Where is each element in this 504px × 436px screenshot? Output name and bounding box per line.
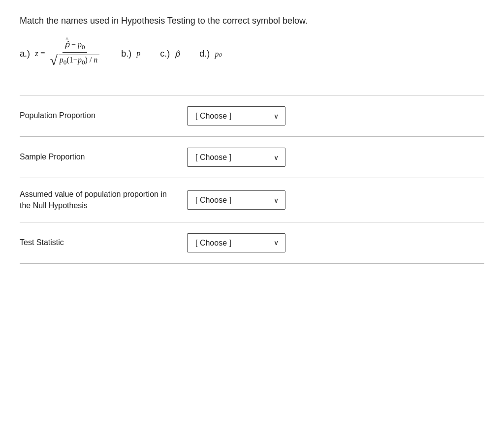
table-row: Test Statistic [ Choose ] a.) b.) c.) d.…	[20, 222, 484, 264]
sqrt-content: p0(1−p0) / n	[59, 55, 99, 66]
numerator: p̂ − p0	[63, 40, 87, 53]
instruction-text: Match the names used in Hypothesis Testi…	[20, 16, 484, 26]
symbol-c: p̂	[175, 49, 180, 59]
formula-item-c: c.) p̂	[160, 49, 180, 59]
row-label-population: Population Proportion	[20, 110, 177, 121]
p0-sub-sqrt: 0	[63, 59, 67, 66]
row-label-sample: Sample Proportion	[20, 152, 177, 162]
formula-item-b: b.) p	[121, 49, 140, 59]
table-row: Assumed value of population proportion i…	[20, 178, 484, 222]
table-row: Population Proportion [ Choose ] a.) b.)…	[20, 95, 484, 137]
dropdown-wrapper-assumed: [ Choose ] a.) b.) c.) d.)	[187, 190, 285, 210]
dropdown-population-proportion[interactable]: [ Choose ] a.) b.) c.) d.)	[187, 106, 285, 125]
p-hat-symbol: p̂	[64, 40, 69, 49]
dropdown-assumed-value[interactable]: [ Choose ] a.) b.) c.) d.)	[187, 190, 285, 210]
formula-section: a.) z = p̂ − p0 √ p0(1−p0) / n	[20, 40, 484, 77]
formula-label-a: a.)	[20, 49, 30, 59]
dropdown-container-assumed[interactable]: [ Choose ] a.) b.) c.) d.)	[187, 190, 285, 210]
formula-label-d: d.)	[199, 49, 210, 59]
p0-sub-numerator: 0	[82, 43, 85, 51]
sqrt-symbol: √	[50, 54, 57, 67]
z-formula: z = p̂ − p0 √ p0(1−p0) / n	[35, 40, 101, 67]
table-row: Sample Proportion [ Choose ] a.) b.) c.)…	[20, 137, 484, 178]
denominator: √ p0(1−p0) / n	[48, 53, 101, 67]
row-label-test-statistic: Test Statistic	[20, 237, 177, 248]
sqrt-wrapper: √ p0(1−p0) / n	[50, 54, 99, 67]
dropdown-wrapper-test: [ Choose ] a.) b.) c.) d.)	[187, 233, 285, 252]
fraction: p̂ − p0 √ p0(1−p0) / n	[48, 40, 101, 67]
dropdown-container-sample[interactable]: [ Choose ] a.) b.) c.) d.)	[187, 148, 285, 167]
dropdown-container-population[interactable]: [ Choose ] a.) b.) c.) d.)	[187, 106, 285, 125]
symbol-d: p₀	[215, 49, 221, 59]
row-label-assumed: Assumed value of population proportion i…	[20, 189, 177, 211]
formula-label-b: b.)	[121, 49, 131, 59]
formula-item-a: a.) z = p̂ − p0 √ p0(1−p0) / n	[20, 40, 101, 67]
z-variable: z =	[35, 49, 45, 59]
symbol-b: p	[136, 49, 140, 58]
table-section: Population Proportion [ Choose ] a.) b.)…	[20, 95, 484, 264]
dropdown-wrapper-sample: [ Choose ] a.) b.) c.) d.)	[187, 148, 285, 167]
p0-sub-sqrt2: 0	[82, 59, 85, 66]
dropdown-container-test[interactable]: [ Choose ] a.) b.) c.) d.)	[187, 233, 285, 252]
dropdown-sample-proportion[interactable]: [ Choose ] a.) b.) c.) d.)	[187, 148, 285, 167]
formula-item-d: d.) p₀	[199, 49, 221, 59]
dropdown-test-statistic[interactable]: [ Choose ] a.) b.) c.) d.)	[187, 233, 285, 252]
formula-label-c: c.)	[160, 49, 170, 59]
dropdown-wrapper-population: [ Choose ] a.) b.) c.) d.)	[187, 106, 285, 125]
